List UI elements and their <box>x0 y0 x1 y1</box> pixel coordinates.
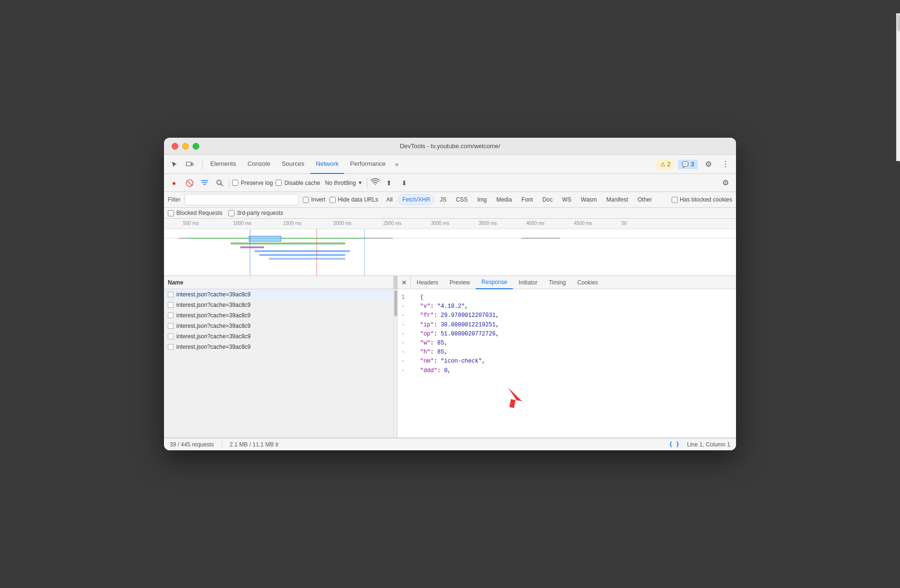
row-checkbox[interactable] <box>168 313 174 318</box>
tab-sources[interactable]: Sources <box>276 155 310 174</box>
has-blocked-label[interactable]: Has blocked cookies <box>672 196 732 203</box>
detail-tab-timing[interactable]: Timing <box>543 276 572 289</box>
format-button[interactable]: { } <box>669 441 680 448</box>
row-checkbox[interactable] <box>168 292 174 297</box>
detail-tab-headers[interactable]: Headers <box>411 276 444 289</box>
chevron-down-icon: ▼ <box>358 180 362 185</box>
invert-label[interactable]: Invert <box>303 196 326 203</box>
cursor-position: Line 1, Column 1 <box>687 441 730 448</box>
tab-performance[interactable]: Performance <box>344 155 391 174</box>
filter-input[interactable] <box>184 194 299 205</box>
cursor-icon[interactable] <box>168 158 181 171</box>
network-settings-icon[interactable]: ⚙ <box>719 176 732 190</box>
row-checkbox[interactable] <box>168 323 174 329</box>
red-arrow-indicator <box>502 386 526 414</box>
row-checkbox[interactable] <box>168 334 174 339</box>
scrollbar[interactable] <box>393 289 397 437</box>
clear-button[interactable]: 🚫 <box>183 177 195 189</box>
invert-checkbox[interactable] <box>303 197 309 203</box>
type-doc[interactable]: Doc <box>538 194 557 205</box>
type-css[interactable]: CSS <box>451 194 472 205</box>
upload-icon[interactable]: ⬆ <box>383 177 395 189</box>
type-manifest[interactable]: Manifest <box>602 194 632 205</box>
table-row[interactable]: interest.json?cache=39ac8c9 <box>164 321 397 331</box>
settings-icon[interactable]: ⚙ <box>702 158 715 171</box>
tab-network[interactable]: Network <box>310 155 345 174</box>
request-count: 39 / 445 requests <box>170 441 214 448</box>
vline-blue-2 <box>364 229 365 276</box>
hide-data-urls-checkbox[interactable] <box>329 197 336 203</box>
json-line-w: - "w": 85, <box>401 339 732 348</box>
req-bar-5 <box>269 258 345 260</box>
more-options-icon[interactable]: ⋮ <box>719 158 732 171</box>
blocked-requests-checkbox[interactable] <box>168 210 174 216</box>
type-other[interactable]: Other <box>633 194 656 205</box>
tab-console[interactable]: Console <box>242 155 276 174</box>
filter-icon[interactable] <box>198 177 211 189</box>
disable-cache-label[interactable]: Disable cache <box>276 180 320 186</box>
close-detail-button[interactable]: ✕ <box>398 276 411 289</box>
json-line-ip: - "ip": 30.0000012219251, <box>401 321 732 330</box>
detail-tab-preview[interactable]: Preview <box>444 276 476 289</box>
warning-icon: ⚠ <box>660 161 665 168</box>
record-button[interactable]: ● <box>168 177 180 189</box>
tick-2000ms: 2000 ms <box>333 221 351 226</box>
json-line-op: - "op": 51.0000020772726, <box>401 330 732 339</box>
type-ws[interactable]: WS <box>558 194 575 205</box>
more-tabs-button[interactable]: » <box>391 155 402 174</box>
svg-rect-1 <box>192 163 193 165</box>
row-checkbox[interactable] <box>168 344 174 350</box>
throttle-select[interactable]: No throttling ▼ <box>323 179 365 187</box>
maximize-button[interactable] <box>193 143 199 150</box>
window-title: DevTools - tv.youtube.com/welcome/ <box>400 142 501 150</box>
table-row[interactable]: interest.json?cache=39ac8c9 <box>164 289 397 300</box>
detail-tab-initiator[interactable]: Initiator <box>513 276 543 289</box>
detail-content[interactable]: 1 { - "v": "4.10.2", - "fr": 29.97000122… <box>398 289 736 437</box>
type-fetch-xhr[interactable]: Fetch/XHR <box>398 194 435 205</box>
preserve-log-label[interactable]: Preserve log <box>232 180 273 186</box>
table-row[interactable]: interest.json?cache=39ac8c9 <box>164 342 397 352</box>
third-party-label[interactable]: 3rd-party requests <box>228 210 283 216</box>
json-line-ddd: - "ddd": 0, <box>401 366 732 375</box>
type-media[interactable]: Media <box>492 194 516 205</box>
type-wasm[interactable]: Wasm <box>577 194 602 205</box>
tab-elements[interactable]: Elements <box>205 155 242 174</box>
detail-tab-response[interactable]: Response <box>476 276 513 289</box>
has-blocked-checkbox[interactable] <box>672 197 678 203</box>
download-icon[interactable]: ⬇ <box>398 177 410 189</box>
name-list: interest.json?cache=39ac8c9 interest.jso… <box>164 289 397 437</box>
detail-tab-cookies[interactable]: Cookies <box>572 276 603 289</box>
timeline-gray-3 <box>522 238 560 239</box>
status-bar: 39 / 445 requests 2.1 MB / 11.1 MB tr { … <box>164 438 736 450</box>
type-img[interactable]: Img <box>473 194 491 205</box>
hide-data-urls-label[interactable]: Hide data URLs <box>329 196 378 203</box>
warning-badge[interactable]: ⚠ 2 <box>656 160 675 169</box>
network-toolbar: ● 🚫 Preserve log Disable cache No thrott… <box>164 174 736 192</box>
tick-1000ms: 1000 ms <box>233 221 251 226</box>
minimize-button[interactable] <box>182 143 189 150</box>
device-icon[interactable] <box>183 158 196 171</box>
blocked-requests-label[interactable]: Blocked Requests <box>168 210 223 216</box>
tick-1500ms: 1500 ms <box>283 221 301 226</box>
type-all[interactable]: All <box>382 194 397 205</box>
table-row[interactable]: interest.json?cache=39ac8c9 <box>164 331 397 342</box>
type-font[interactable]: Font <box>517 194 537 205</box>
toolbar-separator2 <box>367 178 368 188</box>
table-row[interactable]: interest.json?cache=39ac8c9 <box>164 310 397 321</box>
json-line-h: - "h": 85, <box>401 348 732 357</box>
preserve-log-checkbox[interactable] <box>232 180 238 186</box>
search-icon[interactable] <box>214 177 226 189</box>
tick-2500ms: 2500 ms <box>383 221 401 226</box>
tick-4000ms: 4000 ms <box>526 221 544 226</box>
table-row[interactable]: interest.json?cache=39ac8c9 <box>164 300 397 310</box>
disable-cache-checkbox[interactable] <box>276 180 282 186</box>
timeline-graph[interactable] <box>164 229 736 276</box>
detail-tabs: ✕ Headers Preview Response Initiator Tim… <box>398 276 736 289</box>
third-party-checkbox[interactable] <box>228 210 235 216</box>
close-button[interactable] <box>172 143 178 150</box>
vline-red <box>317 229 317 276</box>
type-filters: All Fetch/XHR JS CSS Img Media Font Doc … <box>382 194 656 205</box>
type-js[interactable]: JS <box>435 194 450 205</box>
row-checkbox[interactable] <box>168 302 174 308</box>
info-badge[interactable]: 💬 3 <box>678 160 698 169</box>
